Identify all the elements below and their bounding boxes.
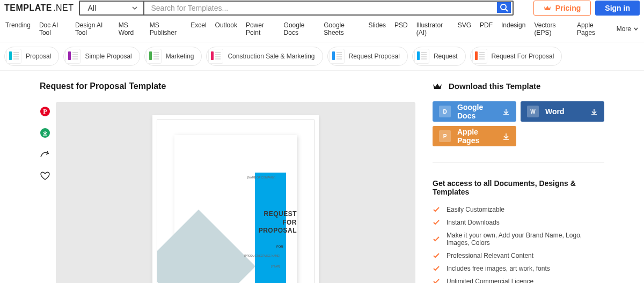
nav-pdf[interactable]: PDF bbox=[480, 21, 493, 42]
file-icon: D bbox=[439, 106, 451, 117]
pill-label: Simple Proposal bbox=[85, 53, 131, 60]
nav-indesign[interactable]: Indesign bbox=[501, 21, 525, 42]
check-icon bbox=[433, 236, 440, 242]
pill-marketing[interactable]: Marketing bbox=[144, 47, 202, 66]
pill-thumb-icon bbox=[330, 49, 345, 64]
feature-text: Unlimited Commercial Licence bbox=[447, 278, 533, 283]
nav-illustrator-ai-[interactable]: Illustrator (AI) bbox=[416, 21, 449, 42]
pill-thumb-icon bbox=[414, 49, 429, 64]
nav-outlook[interactable]: Outlook bbox=[215, 21, 237, 42]
pill-thumb-icon bbox=[208, 49, 223, 64]
download-arrow-icon bbox=[502, 108, 510, 115]
download-google-docs-button[interactable]: DGoogle Docs bbox=[433, 101, 516, 122]
pill-request-for-proposal[interactable]: Request For Proposal bbox=[470, 47, 562, 66]
check-icon bbox=[433, 265, 440, 272]
pill-request-proposal[interactable]: Request Proposal bbox=[327, 47, 408, 66]
download-section-title: Download this Template bbox=[449, 81, 540, 91]
access-title: Get access to all Documents, Designs & T… bbox=[433, 179, 604, 196]
download-button-label: Apple Pages bbox=[457, 128, 496, 145]
file-icon: P bbox=[439, 130, 451, 142]
check-icon bbox=[433, 278, 440, 283]
pill-thumb-icon bbox=[6, 49, 21, 64]
feature-item: Make it your own, Add your Brand Name, L… bbox=[433, 232, 604, 247]
nav-vectors-eps-[interactable]: Vectors (EPS) bbox=[534, 21, 568, 42]
feature-text: Instant Downloads bbox=[447, 219, 500, 226]
sign-in-button[interactable]: Sign in bbox=[595, 1, 640, 16]
check-icon bbox=[433, 252, 440, 259]
download-button-label: Google Docs bbox=[457, 103, 496, 120]
favorite-button[interactable] bbox=[40, 170, 50, 181]
doc-for: FOR bbox=[276, 245, 283, 248]
feature-text: Make it your own, Add your Brand Name, L… bbox=[447, 232, 604, 247]
feature-item: Instant Downloads bbox=[433, 219, 604, 226]
nav-google-docs[interactable]: Google Docs bbox=[284, 21, 316, 42]
pill-request[interactable]: Request bbox=[412, 47, 466, 66]
nav-google-sheets[interactable]: Google Sheets bbox=[324, 21, 360, 42]
pricing-label: Pricing bbox=[555, 4, 581, 12]
svg-point-0 bbox=[501, 4, 506, 10]
category-selected: All bbox=[87, 4, 96, 12]
nav-slides[interactable]: Slides bbox=[368, 21, 386, 42]
logo-main: TEMPLATE bbox=[4, 3, 52, 13]
pill-thumb-icon bbox=[147, 49, 162, 64]
share-icon bbox=[40, 151, 50, 158]
nav-more[interactable]: More bbox=[617, 21, 639, 42]
feature-item: Easily Customizable bbox=[433, 206, 604, 213]
category-dropdown[interactable]: All bbox=[80, 2, 144, 14]
check-icon bbox=[433, 219, 440, 226]
nav-design-ai-tool[interactable]: Design AI Tool bbox=[75, 21, 110, 42]
heart-icon bbox=[40, 171, 50, 181]
nav-trending[interactable]: Trending bbox=[5, 21, 31, 42]
search-bar: All bbox=[79, 1, 514, 16]
nav-svg[interactable]: SVG bbox=[458, 21, 471, 42]
pill-label: Construction Sale & Marketing bbox=[228, 53, 314, 60]
chevron-down-icon bbox=[131, 5, 138, 11]
doc-year: [YEAR] bbox=[271, 265, 280, 268]
pill-label: Marketing bbox=[166, 53, 194, 60]
doc-product: [PRODUCT/SERVICE NAME] bbox=[244, 254, 280, 257]
pill-thumb-icon bbox=[65, 49, 80, 64]
pill-thumb-icon bbox=[472, 49, 487, 64]
pill-label: Proposal bbox=[26, 53, 51, 60]
nav-ms-publisher[interactable]: MS Publisher bbox=[150, 21, 182, 42]
nav-psd[interactable]: PSD bbox=[394, 21, 408, 42]
feature-item: Includes free images, art work, fonts bbox=[433, 265, 604, 272]
navbar: TrendingDoc AI ToolDesign AI ToolMS Word… bbox=[0, 16, 644, 42]
feature-text: Professional Relevant Content bbox=[447, 252, 533, 259]
share-button[interactable] bbox=[40, 149, 50, 160]
doc-title: REQUESTFOR PROPOSAL bbox=[243, 210, 297, 235]
feature-text: Includes free images, art work, fonts bbox=[447, 265, 550, 272]
nav-ms-word[interactable]: MS Word bbox=[119, 21, 141, 42]
nav-apple-pages[interactable]: Apple Pages bbox=[577, 21, 608, 42]
page-title: Request for Proposal Template bbox=[40, 81, 415, 91]
download-arrow-icon bbox=[590, 108, 598, 115]
download-word-button[interactable]: WWord bbox=[521, 101, 604, 122]
nav-excel[interactable]: Excel bbox=[191, 21, 206, 42]
search-input[interactable] bbox=[144, 2, 496, 14]
chevron-down-icon bbox=[633, 26, 639, 32]
download-apple-pages-button[interactable]: PApple Pages bbox=[433, 126, 516, 146]
logo[interactable]: TEMPLATE.NET bbox=[4, 3, 74, 13]
pill-label: Request Proposal bbox=[349, 53, 400, 60]
file-icon: W bbox=[527, 106, 539, 117]
search-button[interactable] bbox=[497, 2, 511, 13]
pinterest-button[interactable]: P bbox=[40, 106, 50, 117]
check-icon bbox=[433, 206, 440, 213]
doc-company: [NAME OF COMPANY] bbox=[245, 176, 277, 179]
pill-construction-sale-marketing[interactable]: Construction Sale & Marketing bbox=[206, 47, 323, 66]
crown-icon bbox=[433, 83, 442, 90]
feature-item: Unlimited Commercial Licence bbox=[433, 278, 604, 283]
download-arrow-icon bbox=[502, 132, 510, 140]
crown-icon bbox=[544, 5, 551, 11]
nav-power-point[interactable]: Power Point bbox=[246, 21, 275, 42]
pill-simple-proposal[interactable]: Simple Proposal bbox=[63, 47, 140, 66]
svg-line-1 bbox=[506, 9, 508, 11]
pill-bar: ProposalSimple ProposalMarketingConstruc… bbox=[0, 42, 644, 71]
download-share-button[interactable] bbox=[40, 128, 50, 138]
logo-ext: .NET bbox=[53, 3, 74, 13]
feature-item: Professional Relevant Content bbox=[433, 252, 604, 259]
pill-label: Request For Proposal bbox=[492, 53, 554, 60]
pill-proposal[interactable]: Proposal bbox=[4, 47, 59, 66]
nav-doc-ai-tool[interactable]: Doc AI Tool bbox=[39, 21, 67, 42]
pricing-button[interactable]: Pricing bbox=[533, 1, 591, 16]
